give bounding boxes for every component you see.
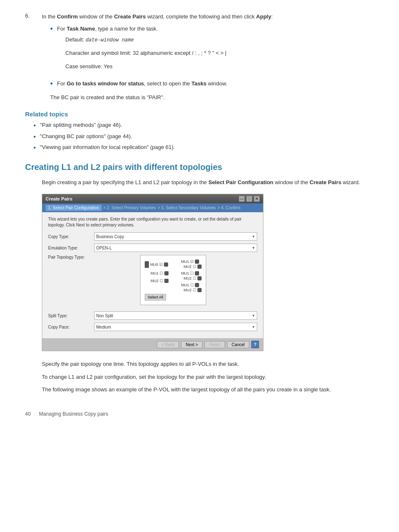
copy-pace-select[interactable]: Medium ▼ <box>94 323 257 331</box>
related-link-1[interactable]: "Pair splitting methods" (page 46). <box>40 122 122 128</box>
copy-pace-field: Copy Pace: Medium ▼ <box>48 323 257 331</box>
copy-pace-value: Medium <box>96 325 111 329</box>
topo-mu0-label: MU0 <box>150 262 158 267</box>
split-type-field: Split Type: Non Split ▼ <box>48 311 257 320</box>
topo-right: MU1 ☑ MU2 ☐ MU1 ☐ <box>181 260 202 292</box>
select-all-button[interactable]: Select All <box>145 294 166 301</box>
help-button[interactable]: ? <box>251 341 259 348</box>
bullet-icon-2: • <box>50 79 53 89</box>
breadcrumb-sep2: > 3. Select Secondary Volumes <box>158 206 216 210</box>
related-item-1: • "Pair splitting methods" (page 46). <box>33 122 374 130</box>
topo-left-mu0: MU0 ☑ <box>145 261 169 268</box>
footer-text: Managing Business Copy pairs <box>39 411 108 417</box>
topo-right-mu1-label1: MU1 <box>181 260 189 264</box>
topo-right-mu1-check3[interactable]: ☐ <box>190 283 194 287</box>
tasks-window-text: For Go to tasks window for status, selec… <box>57 80 227 87</box>
step-number: 6. <box>25 13 42 21</box>
related-link-3[interactable]: "Viewing pair information for local repl… <box>40 144 175 150</box>
cancel-button[interactable]: Cancel <box>227 341 249 348</box>
topo-right-mu2-disk2 <box>197 276 202 280</box>
copy-type-arrow: ▼ <box>252 235 255 239</box>
copy-type-value: Business Copy <box>96 234 124 239</box>
topo-mu1-check[interactable]: ☐ <box>160 271 163 275</box>
step-6-text: In the Confirm window of the Create Pair… <box>42 13 273 21</box>
step-6-block: 6. In the Confirm window of the Create P… <box>25 13 374 102</box>
dialog-controls: — □ ✕ <box>239 196 260 202</box>
topo-left-mu1: MU1 ☐ <box>151 271 169 275</box>
minimize-button[interactable]: — <box>239 196 245 202</box>
emulation-type-value: OPEN-L <box>96 246 112 250</box>
split-type-label: Split Type: <box>48 314 94 318</box>
topo-right-mu1-1: MU1 ☑ <box>181 260 202 264</box>
select-pair-config-bold: Select Pair Configuration <box>208 179 273 185</box>
emulation-type-select[interactable]: OPEN-L ▼ <box>94 244 257 252</box>
topo-left: MU0 ☑ MU1 ☐ <box>145 260 169 283</box>
bullet-icon-1: • <box>50 24 53 34</box>
pair-topology-content: MU0 ☑ MU1 ☐ <box>94 255 206 308</box>
split-type-select[interactable]: Non Split ▼ <box>94 311 257 320</box>
list-item-task-name: • For Task Name, type a name for the tas… <box>50 25 374 75</box>
topo-right-mu1-label2: MU1 <box>181 271 189 275</box>
copy-pace-label: Copy Pace: <box>48 325 94 329</box>
related-topics-title: Related topics <box>25 111 374 118</box>
page-number: 40 <box>25 411 31 417</box>
topo-right-mu2-check2[interactable]: ☐ <box>193 276 196 280</box>
topo-right-mu2-disk3 <box>197 288 202 292</box>
pair-topology-label: Pair Topology Type: <box>48 255 94 260</box>
topo-right-mu2-label1: MU2 <box>184 265 192 269</box>
topo-mu2-disk-left <box>164 279 169 283</box>
task-name-details: Default: date-window name Character and … <box>65 35 374 72</box>
pair-topology-field: Pair Topology Type: MU0 ☑ <box>48 255 257 308</box>
step-6-sublist: • For Task Name, type a name for the tas… <box>50 25 374 90</box>
breadcrumb-step1[interactable]: 1. Select Pair Configuration <box>46 205 102 211</box>
topo-right-mu1-check1[interactable]: ☑ <box>190 260 194 264</box>
topo-right-mu2-label3: MU2 <box>184 288 192 292</box>
topo-right-mu2-check3[interactable]: ☐ <box>193 288 196 292</box>
topo-right-mu1-disk1 <box>195 260 199 264</box>
related-topics-section: Related topics • "Pair splitting methods… <box>25 111 374 152</box>
dialog-titlebar: Create Pairs — □ ✕ <box>42 194 263 203</box>
topo-right-mu1-label3: MU1 <box>181 283 189 287</box>
emulation-type-field: Emulation Type: OPEN-L ▼ <box>48 244 257 252</box>
apply-bold: Apply <box>256 13 271 20</box>
topo-right-mu2-2: MU2 ☐ <box>184 276 202 280</box>
tasks-window-content: For Go to tasks window for status, selec… <box>57 80 374 88</box>
dialog-body: This wizard lets you create pairs. Enter… <box>42 212 263 338</box>
topo-right-mu2-check1[interactable]: ☐ <box>193 265 196 269</box>
page-footer: 40 Managing Business Copy pairs <box>25 411 374 417</box>
tasks-bold: Tasks <box>192 80 207 87</box>
dialog-footer: < Back Next > Finish Cancel ? <box>42 338 263 351</box>
topo-right-mu2-3: MU2 ☐ <box>184 288 202 292</box>
related-bullet-1: • <box>33 121 36 130</box>
copy-type-select[interactable]: Business Copy ▼ <box>94 232 257 241</box>
step-6-line: 6. In the Confirm window of the Create P… <box>25 13 374 21</box>
go-to-tasks-bold: Go to tasks window for status <box>66 80 144 87</box>
next-button[interactable]: Next > <box>181 341 202 348</box>
back-button[interactable]: < Back <box>157 341 179 348</box>
dialog-title: Create Pairs <box>46 196 72 201</box>
create-pairs-bold-step: Create Pairs <box>114 13 146 20</box>
related-link-2[interactable]: "Changing BC pair options" (page 44). <box>40 133 132 139</box>
list-item-tasks-window: • For Go to tasks window for status, sel… <box>50 80 374 89</box>
close-button[interactable]: ✕ <box>254 196 260 202</box>
create-pairs-dialog: Create Pairs — □ ✕ 1. Select Pair Config… <box>42 194 263 351</box>
topo-mu0-check[interactable]: ☑ <box>159 262 163 267</box>
restore-button[interactable]: □ <box>246 196 252 202</box>
copy-pace-arrow: ▼ <box>252 325 255 329</box>
topology-diagram-area: MU0 ☑ MU1 ☐ <box>140 255 206 305</box>
topo-pvol-mu0 <box>145 261 149 268</box>
topo-mu1-disk-left <box>164 271 169 275</box>
finish-button[interactable]: Finish <box>205 341 225 348</box>
topo-mu0-disk <box>164 262 168 267</box>
breadcrumb-sep3: > 4. Confirm <box>217 206 240 210</box>
section-heading: Creating L1 and L2 pairs with different … <box>25 162 374 172</box>
related-item-3: • "Viewing pair information for local re… <box>33 144 374 152</box>
topo-right-mu2-disk1 <box>197 265 202 269</box>
task-name-content: For Task Name, type a name for the task.… <box>57 25 374 75</box>
body-para-2: To change L1 and L2 pair configuration, … <box>42 373 374 382</box>
topo-mu2-label-left: MU2 <box>151 279 159 283</box>
topo-mu2-check[interactable]: ☐ <box>160 279 163 283</box>
body-para-1: Specify the pair topology one time. This… <box>42 360 374 369</box>
char-limit-line: Character and symbol limit: 32 alphanume… <box>65 49 374 58</box>
topo-right-mu1-check2[interactable]: ☐ <box>190 271 194 275</box>
